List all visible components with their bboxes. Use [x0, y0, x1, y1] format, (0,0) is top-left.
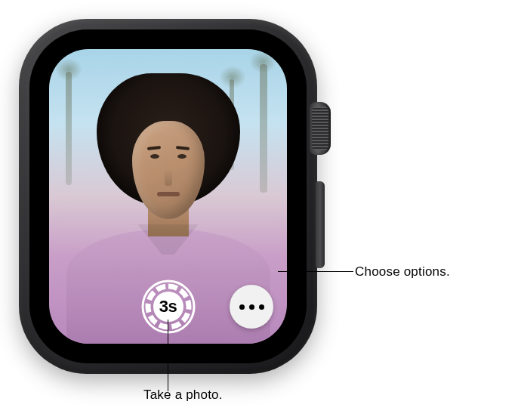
background-palm — [66, 72, 72, 185]
camera-viewfinder: 3s — [49, 49, 287, 344]
callout-leader — [278, 271, 353, 272]
side-button[interactable] — [316, 181, 325, 268]
callout-take-photo: Take a photo. — [143, 388, 223, 403]
callout-choose-options: Choose options. — [355, 264, 450, 279]
more-options-button[interactable] — [230, 285, 273, 329]
background-palm — [260, 64, 267, 193]
watch-screen: 3s — [29, 29, 307, 363]
digital-crown[interactable] — [310, 102, 331, 155]
ellipsis-icon — [237, 304, 267, 310]
subject-face — [132, 121, 205, 219]
callout-leader — [168, 320, 168, 391]
shutter-timer-label: 3s — [159, 297, 177, 317]
